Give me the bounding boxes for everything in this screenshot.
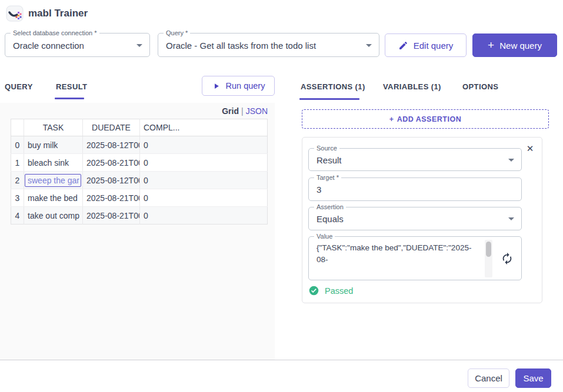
pencil-icon — [398, 41, 408, 51]
database-connection-select[interactable]: Select database connection * Oracle conn… — [5, 33, 150, 57]
result-panel: Grid|JSON TASK DUEDATE COMPL... 0 buy mi… — [0, 103, 275, 360]
cell-duedate[interactable]: 2025-08-12T00 — [83, 172, 140, 189]
value-label: Value — [314, 232, 335, 240]
cell-row-index: 0 — [11, 136, 24, 154]
tab-variables[interactable]: VARIABLES (1) — [383, 82, 441, 91]
table-row: 1 bleach sink 2025-08-21T00 0 — [11, 154, 268, 172]
column-header-index — [11, 119, 24, 136]
assertion-operator-label: Assertion — [314, 203, 346, 211]
assertion-operator-value: Equals — [317, 214, 505, 224]
table-row: 2 sweep the gar 2025-08-12T00 0 — [11, 172, 268, 189]
save-button[interactable]: Save — [515, 368, 551, 388]
assertion-target-input[interactable]: Target * 3 — [308, 177, 522, 201]
assertion-value-text[interactable]: {"TASK":"make the bed","DUEDATE":"2025-0… — [317, 242, 480, 265]
cell-row-index: 4 — [11, 207, 24, 225]
mabl-trainer-window: mabl Trainer Select database connection … — [0, 0, 563, 392]
column-header-completed: COMPL... — [140, 119, 268, 136]
run-query-button[interactable]: Run query — [202, 76, 275, 96]
grid-view-link[interactable]: Grid — [222, 106, 239, 116]
cell-task[interactable]: bleach sink — [24, 154, 83, 172]
refresh-value-button[interactable] — [501, 252, 514, 265]
cell-duedate[interactable]: 2025-08-21T00 — [83, 154, 140, 172]
table-row: 0 buy milk 2025-08-12T00 0 — [11, 136, 268, 154]
cell-completed[interactable]: 0 — [140, 172, 268, 189]
cell-row-index: 2 — [11, 172, 24, 189]
assertion-card: Source Result ✕ Target * 3 Assertion Equ… — [302, 137, 542, 303]
table-row: 3 make the bed 2025-08-21T00 0 — [11, 189, 268, 207]
assertion-source-select[interactable]: Source Result — [308, 148, 522, 171]
view-toggle-separator: | — [241, 106, 244, 116]
cell-row-index: 3 — [11, 189, 24, 207]
value-scrollbar-thumb[interactable] — [486, 242, 491, 257]
run-query-label: Run query — [226, 81, 265, 91]
page-title: mabl Trainer — [28, 8, 88, 19]
column-header-task: TASK — [24, 119, 83, 136]
table-header-row: TASK DUEDATE COMPL... — [11, 119, 268, 136]
cell-task[interactable]: take out comp — [24, 207, 83, 225]
query-label: Query * — [164, 29, 190, 37]
check-circle-icon — [309, 286, 319, 296]
play-icon — [212, 82, 221, 91]
dropdown-arrow-icon — [136, 44, 142, 47]
cell-task-selected[interactable]: sweep the gar — [24, 172, 83, 189]
cell-completed[interactable]: 0 — [140, 207, 268, 225]
tab-query[interactable]: QUERY — [5, 82, 33, 91]
source-value: Result — [317, 155, 505, 165]
add-assertion-button[interactable]: + ADD ASSERTION — [302, 109, 549, 129]
dropdown-arrow-icon — [508, 217, 514, 220]
active-tab-underline — [299, 98, 359, 100]
mabl-logo-icon — [5, 4, 25, 24]
edit-query-button[interactable]: Edit query — [385, 33, 467, 57]
cell-row-index: 1 — [11, 154, 24, 172]
cell-completed[interactable]: 0 — [140, 189, 268, 207]
active-tab-underline — [55, 98, 84, 99]
database-connection-label: Select database connection * — [11, 29, 99, 37]
value-scrollbar[interactable] — [485, 240, 492, 277]
query-value: Oracle - Get all tasks from the todo lis… — [166, 40, 362, 50]
assertion-status: Passed — [309, 286, 353, 296]
target-value: 3 — [317, 185, 505, 195]
new-query-button[interactable]: + New query — [472, 33, 557, 57]
close-assertion-icon[interactable]: ✕ — [524, 143, 536, 155]
footer-divider — [0, 360, 563, 360]
tab-options[interactable]: OPTIONS — [462, 82, 498, 91]
dropdown-arrow-icon — [366, 44, 372, 47]
query-select[interactable]: Query * Oracle - Get all tasks from the … — [158, 33, 379, 57]
source-label: Source — [314, 144, 339, 152]
tab-assertions[interactable]: ASSERTIONS (1) — [301, 82, 365, 91]
cell-duedate[interactable]: 2025-08-21T00 — [83, 189, 140, 207]
target-label: Target * — [314, 173, 341, 182]
table-row: 4 take out comp 2025-08-21T00 0 — [11, 207, 268, 225]
refresh-icon — [501, 252, 514, 265]
cancel-button[interactable]: Cancel — [468, 368, 509, 388]
cell-duedate[interactable]: 2025-08-12T00 — [83, 136, 140, 154]
new-query-label: New query — [499, 41, 542, 51]
cell-completed[interactable]: 0 — [140, 136, 268, 154]
selected-cell-highlight[interactable]: sweep the gar — [25, 174, 81, 187]
assertion-operator-select[interactable]: Assertion Equals — [308, 207, 522, 230]
edit-query-label: Edit query — [414, 41, 454, 51]
result-table: TASK DUEDATE COMPL... 0 buy milk 2025-08… — [11, 119, 268, 225]
status-badge: Passed — [325, 286, 353, 296]
add-assertion-label: ADD ASSERTION — [397, 115, 462, 123]
cell-task[interactable]: make the bed — [24, 189, 83, 207]
database-connection-value: Oracle connection — [13, 40, 133, 50]
cell-task[interactable]: buy milk — [24, 136, 83, 154]
plus-icon: + — [488, 39, 494, 51]
tab-result[interactable]: RESULT — [56, 82, 87, 91]
dropdown-arrow-icon — [508, 159, 514, 162]
view-toggle: Grid|JSON — [222, 106, 268, 116]
column-header-duedate: DUEDATE — [83, 119, 140, 136]
json-view-link[interactable]: JSON — [246, 106, 268, 116]
plus-icon: + — [389, 115, 394, 123]
cell-completed[interactable]: 0 — [140, 154, 268, 172]
cell-duedate[interactable]: 2025-08-21T00 — [83, 207, 140, 225]
assertion-value-textarea[interactable]: Value {"TASK":"make the bed","DUEDATE":"… — [308, 236, 522, 280]
